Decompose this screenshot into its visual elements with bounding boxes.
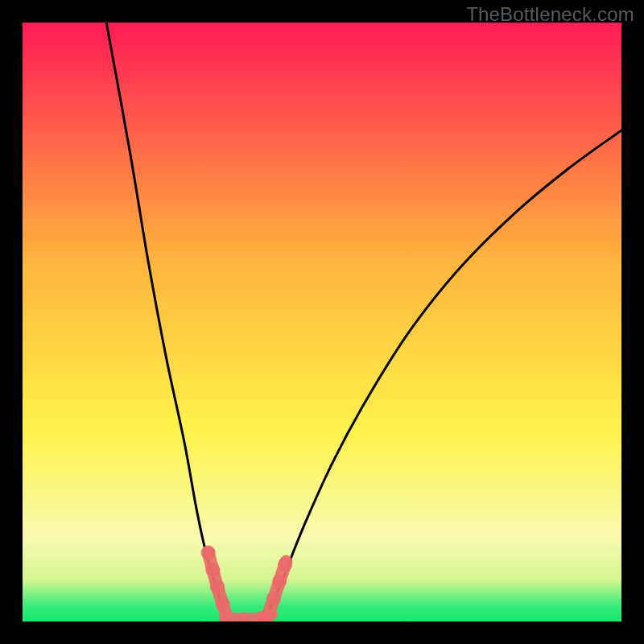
plot-area (23, 23, 621, 621)
chart-svg (23, 23, 621, 621)
watermark-text: TheBottleneck.com (466, 3, 634, 26)
gradient-background (23, 23, 621, 621)
chart-root: TheBottleneck.com (0, 0, 644, 644)
